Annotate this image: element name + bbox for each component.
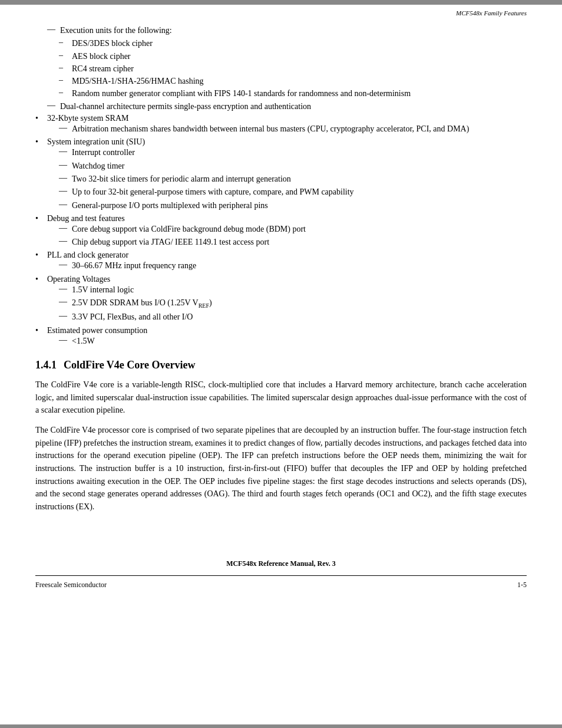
list-item: • PLL and clock generator — 30–66.67 MHz… bbox=[35, 251, 527, 273]
footer-right: 1-5 bbox=[517, 581, 527, 589]
sub-item-des-text: DES/3DES block cipher bbox=[72, 38, 527, 50]
siu-dash-3-text: Two 32-bit slice timers for periodic ala… bbox=[72, 173, 527, 185]
volt-dash-1-text: 1.5V internal logic bbox=[72, 284, 527, 296]
siu-dashes: — Interrupt controller — Watchdog timer … bbox=[59, 147, 527, 211]
bullet-dot: • bbox=[35, 214, 47, 250]
bullet-dot: • bbox=[35, 275, 47, 325]
dash-em-2: — bbox=[47, 101, 60, 113]
bullet-dot: • bbox=[35, 251, 47, 273]
sram-dash-1-text: Arbitration mechanism shares bandwidth b… bbox=[72, 123, 527, 135]
debug-dash-1-text: Core debug support via ColdFire backgrou… bbox=[72, 223, 527, 235]
pll-dashes: — 30–66.67 MHz input frequency range bbox=[59, 260, 527, 272]
bullet-dot: • bbox=[35, 114, 47, 136]
bullet-content-pll: PLL and clock generator — 30–66.67 MHz i… bbox=[47, 251, 527, 273]
footer-left: Freescale Semiconductor bbox=[35, 581, 107, 589]
bullet-content-sram: 32-Kbyte system SRAM — Arbitration mecha… bbox=[47, 114, 527, 136]
body-paragraph-2: The ColdFire V4e processor core is compr… bbox=[35, 424, 527, 513]
exec-units-intro: — Execution units for the following: bbox=[47, 25, 527, 37]
bullet-content-voltages: Operating Voltages — 1.5V internal logic… bbox=[47, 275, 527, 325]
debug-label: Debug and test features bbox=[47, 214, 125, 223]
list-item: • Debug and test features — Core debug s… bbox=[35, 214, 527, 250]
bullet-dot: • bbox=[35, 137, 47, 212]
volt-dash-1: — 1.5V internal logic bbox=[59, 284, 527, 296]
siu-dash-4: — Up to four 32-bit general-purpose time… bbox=[59, 186, 527, 198]
footer-center: MCF548x Reference Manual, Rev. 3 bbox=[0, 556, 562, 569]
body-paragraph-1: The ColdFire V4e core is a variable-leng… bbox=[35, 378, 527, 417]
siu-label: System integration unit (SIU) bbox=[47, 137, 145, 146]
sub-item-rc4: – RC4 stream cipher bbox=[59, 63, 527, 75]
siu-dash-5: — General-purpose I/O ports multiplexed … bbox=[59, 200, 527, 212]
debug-dash-2: — Chip debug support via JTAG/ IEEE 1149… bbox=[59, 236, 527, 248]
page-header: MCF548x Family Features bbox=[0, 5, 562, 19]
sram-dashes: — Arbitration mechanism shares bandwidth… bbox=[59, 123, 527, 135]
volt-dash-2: — 2.5V DDR SDRAM bus I/O (1.25V VREF) bbox=[59, 297, 527, 310]
sub-item-des: – DES/3DES block cipher bbox=[59, 38, 527, 50]
sub-item-md5: – MD5/SHA-1/SHA-256/HMAC hashing bbox=[59, 75, 527, 87]
power-dash-1: — <1.5W bbox=[59, 335, 527, 347]
sram-dash-1: — Arbitration mechanism shares bandwidth… bbox=[59, 123, 527, 135]
siu-dash-1-text: Interrupt controller bbox=[72, 147, 527, 159]
exec-units-intro-text: Execution units for the following: bbox=[60, 25, 527, 37]
pll-label: PLL and clock generator bbox=[47, 251, 128, 259]
bullet-content-power: Estimated power consumption — <1.5W bbox=[47, 326, 527, 348]
list-item: • Operating Voltages — 1.5V internal log… bbox=[35, 275, 527, 325]
dual-channel-text: Dual-channel architecture permits single… bbox=[60, 101, 527, 113]
power-dash-1-text: <1.5W bbox=[72, 335, 527, 347]
sub-item-rng: – Random number generator compliant with… bbox=[59, 88, 527, 100]
siu-dash-1: — Interrupt controller bbox=[59, 147, 527, 159]
section-heading: 1.4.1ColdFire V4e Core Overview bbox=[35, 359, 527, 371]
debug-dashes: — Core debug support via ColdFire backgr… bbox=[59, 223, 527, 249]
volt-dash-3: — 3.3V PCI, FlexBus, and all other I/O bbox=[59, 311, 527, 323]
siu-dash-4-text: Up to four 32-bit general-purpose timers… bbox=[72, 186, 527, 198]
sram-label: 32-Kbyte system SRAM bbox=[47, 114, 128, 123]
pll-dash-1: — 30–66.67 MHz input frequency range bbox=[59, 260, 527, 272]
sub-item-rc4-text: RC4 stream cipher bbox=[72, 63, 527, 75]
list-item: • 32-Kbyte system SRAM — Arbitration mec… bbox=[35, 114, 527, 136]
section-number: 1.4.1 bbox=[35, 359, 57, 371]
page: MCF548x Family Features — Execution unit… bbox=[0, 0, 562, 728]
voltages-dashes: — 1.5V internal logic — 2.5V DDR SDRAM b… bbox=[59, 284, 527, 324]
debug-dash-1: — Core debug support via ColdFire backgr… bbox=[59, 223, 527, 235]
main-bullet-list: • 32-Kbyte system SRAM — Arbitration mec… bbox=[35, 114, 527, 348]
siu-dash-2-text: Watchdog timer bbox=[72, 160, 527, 172]
dash-em: — bbox=[47, 25, 60, 37]
exec-units-section: — Execution units for the following: – D… bbox=[47, 25, 527, 113]
top-bar bbox=[0, 0, 562, 5]
bottom-bar bbox=[0, 724, 562, 728]
siu-dash-2: — Watchdog timer bbox=[59, 160, 527, 172]
dual-channel-item: — Dual-channel architecture permits sing… bbox=[47, 101, 527, 113]
list-item: • Estimated power consumption — <1.5W bbox=[35, 326, 527, 348]
bullet-content-debug: Debug and test features — Core debug sup… bbox=[47, 214, 527, 250]
volt-dash-2-text: 2.5V DDR SDRAM bus I/O (1.25V VREF) bbox=[72, 297, 527, 310]
bullet-content-siu: System integration unit (SIU) — Interrup… bbox=[47, 137, 527, 212]
power-label: Estimated power consumption bbox=[47, 326, 147, 335]
exec-sub-list: – DES/3DES block cipher – AES block ciph… bbox=[59, 38, 527, 100]
footer-divider bbox=[35, 575, 527, 576]
footer: Freescale Semiconductor 1-5 bbox=[0, 579, 562, 594]
volt-dash-3-text: 3.3V PCI, FlexBus, and all other I/O bbox=[72, 311, 527, 323]
sub-item-md5-text: MD5/SHA-1/SHA-256/HMAC hashing bbox=[72, 75, 527, 87]
header-title: MCF548x Family Features bbox=[456, 9, 527, 17]
list-item: • System integration unit (SIU) — Interr… bbox=[35, 137, 527, 212]
content-area: — Execution units for the following: – D… bbox=[0, 19, 562, 556]
sub-item-aes-text: AES block cipher bbox=[72, 51, 527, 62]
section-title: ColdFire V4e Core Overview bbox=[64, 359, 195, 371]
power-dashes: — <1.5W bbox=[59, 335, 527, 347]
sub-item-aes: – AES block cipher bbox=[59, 51, 527, 62]
footer-center-text: MCF548x Reference Manual, Rev. 3 bbox=[226, 559, 336, 568]
bullet-dot: • bbox=[35, 326, 47, 348]
debug-dash-2-text: Chip debug support via JTAG/ IEEE 1149.1… bbox=[72, 236, 527, 248]
pll-dash-1-text: 30–66.67 MHz input frequency range bbox=[72, 260, 527, 272]
sub-item-rng-text: Random number generator compliant with F… bbox=[72, 88, 527, 100]
siu-dash-3: — Two 32-bit slice timers for periodic a… bbox=[59, 173, 527, 185]
siu-dash-5-text: General-purpose I/O ports multiplexed wi… bbox=[72, 200, 527, 212]
voltages-label: Operating Voltages bbox=[47, 275, 110, 284]
